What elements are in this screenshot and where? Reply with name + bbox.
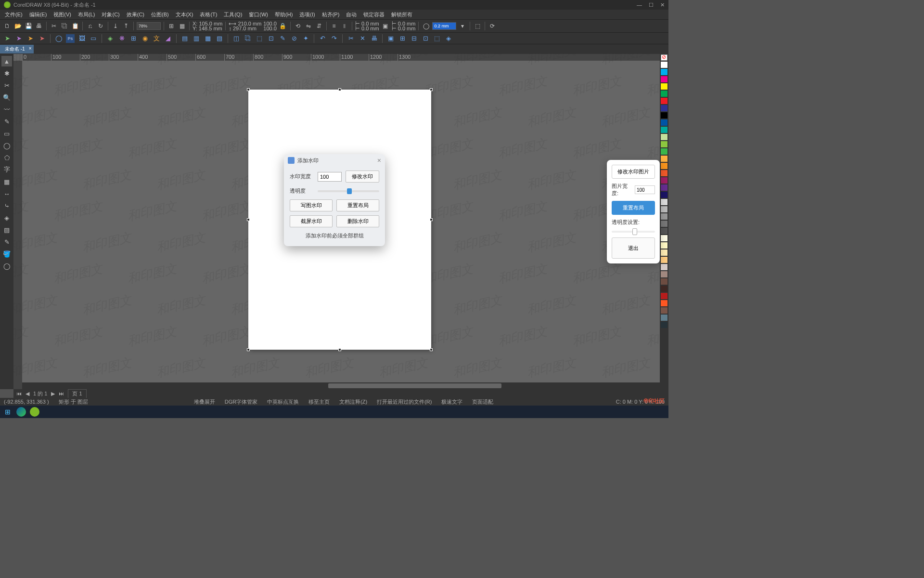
color-swatch[interactable] [661, 62, 667, 68]
effects-tool[interactable]: ◈ [1, 212, 12, 223]
bb6[interactable]: 打开最近用过的文件(R) [377, 398, 432, 406]
color-swatch[interactable] [661, 315, 667, 321]
page-prev-icon[interactable]: ◀ [26, 391, 29, 397]
menu-tools[interactable]: 工具(Q) [221, 10, 245, 19]
m2-icon[interactable]: ✕ [358, 34, 367, 43]
cursor3-icon[interactable]: ➤ [26, 34, 35, 43]
opacity-slider[interactable] [318, 190, 379, 192]
undo-icon[interactable]: ⎌ [86, 22, 94, 30]
close-icon[interactable]: ✕ [660, 2, 665, 8]
export-icon[interactable]: ⤒ [122, 22, 130, 30]
color-swatch[interactable] [661, 98, 667, 104]
bb2[interactable]: DGR字体管家 [225, 398, 257, 406]
undo2-icon[interactable]: ↶ [318, 34, 327, 43]
t4-icon[interactable]: ▧ [215, 34, 224, 43]
color-swatch[interactable] [661, 278, 667, 285]
edge-icon[interactable] [16, 407, 26, 417]
m1-icon[interactable]: ✂ [346, 34, 355, 43]
color-swatch[interactable] [661, 271, 667, 277]
color-swatch[interactable] [661, 286, 667, 292]
color-swatch[interactable] [661, 322, 667, 328]
new-icon[interactable]: 🗋 [3, 22, 12, 30]
color-swatch[interactable] [661, 119, 667, 126]
m3-icon[interactable]: 🖶 [370, 34, 378, 43]
menu-options[interactable]: 选项(I) [296, 10, 318, 19]
corel-taskbar-icon[interactable] [30, 407, 39, 417]
dialog-close-icon[interactable]: × [377, 157, 381, 164]
modify-image-button[interactable]: 修改水印图片 [612, 165, 655, 179]
snap-icon[interactable]: ⊞ [167, 22, 176, 30]
t10-icon[interactable]: ⊘ [290, 34, 298, 43]
transparency-tool[interactable]: ▨ [1, 224, 12, 235]
fx5-icon[interactable]: ◢ [164, 34, 172, 43]
zoom-tool[interactable]: 🔍 [1, 92, 12, 103]
color-swatch[interactable] [661, 134, 667, 140]
paste-icon[interactable]: 📋 [71, 22, 79, 30]
menu-text[interactable]: 文本(X) [173, 10, 196, 19]
fx2-icon[interactable]: ❋ [117, 34, 126, 43]
color-swatch[interactable] [661, 91, 667, 97]
lock-ratio-icon[interactable]: 🔒 [279, 22, 287, 30]
page-tab[interactable]: 页 1 [68, 389, 86, 398]
color-swatch[interactable] [661, 213, 667, 220]
color-swatch[interactable] [661, 163, 667, 169]
color-swatch[interactable] [661, 127, 667, 133]
outline-style-icon[interactable]: ▾ [458, 22, 467, 30]
color-swatch[interactable] [661, 250, 667, 256]
menu-lock[interactable]: 锁定容器 [360, 10, 387, 19]
grid-icon[interactable]: ▦ [178, 22, 186, 30]
menu-object[interactable]: 对象(C) [99, 10, 122, 19]
menu-effects[interactable]: 效果(C) [124, 10, 147, 19]
write-watermark-button[interactable]: 写图水印 [290, 199, 333, 211]
panel-opacity-slider[interactable] [612, 231, 655, 233]
t5-icon[interactable]: ◫ [232, 34, 241, 43]
dimension-tool[interactable]: ↔ [1, 188, 12, 199]
g3-icon[interactable]: ⊟ [410, 34, 418, 43]
open-icon[interactable]: 📂 [13, 22, 22, 30]
width-input[interactable] [318, 172, 342, 182]
color-swatch[interactable] [661, 257, 667, 263]
panel-width-input[interactable] [635, 185, 655, 194]
t1-icon[interactable]: ▤ [180, 34, 189, 43]
color-swatch[interactable] [661, 76, 667, 82]
g2-icon[interactable]: ⊞ [398, 34, 407, 43]
color-swatch[interactable] [661, 242, 667, 249]
color-swatch[interactable] [661, 177, 667, 184]
text-icon[interactable]: 文 [152, 34, 161, 43]
t6-icon[interactable]: ⿻ [244, 34, 252, 43]
crop-tool[interactable]: ✂ [1, 80, 12, 91]
minimize-icon[interactable]: — [637, 2, 642, 8]
color-swatch[interactable] [661, 105, 667, 111]
color-swatch[interactable] [661, 156, 667, 162]
fx4-icon[interactable]: ◉ [141, 34, 149, 43]
menu-view[interactable]: 视图(V) [51, 10, 74, 19]
maximize-icon[interactable]: ☐ [649, 2, 654, 8]
lasso-icon[interactable]: ◯ [54, 34, 63, 43]
color-swatch[interactable] [661, 170, 667, 176]
cursor-icon[interactable]: ➤ [3, 34, 12, 43]
wrap-icon[interactable]: ⬚ [473, 22, 482, 30]
fx1-icon[interactable]: ◈ [106, 34, 115, 43]
redo-icon[interactable]: ↻ [96, 22, 105, 30]
distribute-icon[interactable]: ⫴ [340, 22, 349, 30]
margin-icon[interactable]: ▣ [381, 22, 390, 30]
color-swatch[interactable] [661, 307, 667, 314]
outline-icon[interactable]: ◯ [422, 22, 430, 30]
bb1[interactable]: 堆叠展开 [194, 399, 215, 405]
color-swatch[interactable] [661, 300, 667, 306]
g4-icon[interactable]: ⊡ [421, 34, 430, 43]
color-swatch[interactable] [661, 184, 667, 191]
copy-icon[interactable]: ⿻ [60, 22, 69, 30]
exit-button[interactable]: 退出 [612, 237, 655, 259]
import-icon[interactable]: ⤓ [111, 22, 120, 30]
menu-file[interactable]: 文件(E) [2, 10, 26, 19]
modify-button[interactable]: 修改水印 [346, 171, 379, 183]
color-swatch[interactable] [661, 69, 667, 75]
save-icon[interactable]: 💾 [24, 22, 33, 30]
eyedropper-tool[interactable]: ✎ [1, 236, 12, 247]
fx3-icon[interactable]: ⊞ [129, 34, 138, 43]
start-icon[interactable]: ⊞ [3, 407, 13, 417]
ps-icon[interactable]: Ps [66, 34, 75, 43]
menu-window[interactable]: 窗口(W) [246, 10, 271, 19]
frame-icon[interactable]: ▭ [89, 34, 98, 43]
